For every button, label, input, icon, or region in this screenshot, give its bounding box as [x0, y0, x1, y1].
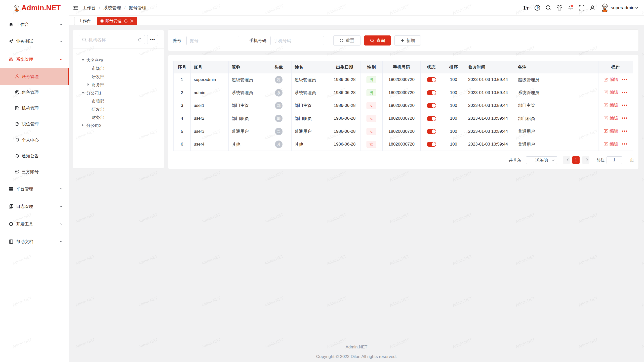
svg-text:中: 中 [536, 6, 539, 10]
